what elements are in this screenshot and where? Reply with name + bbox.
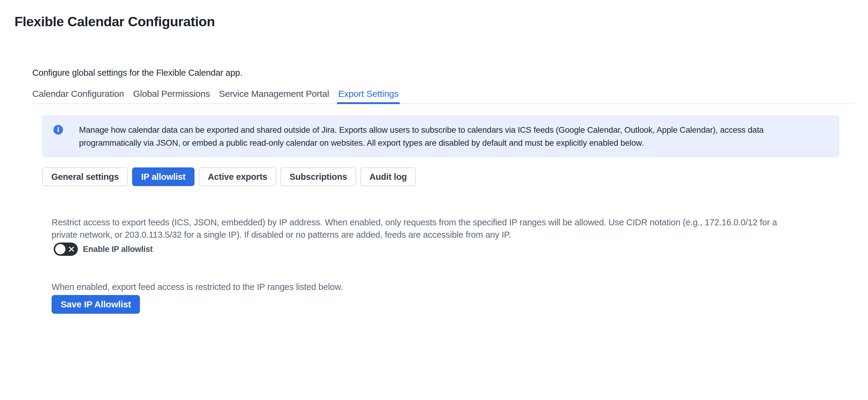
export-settings-subtab-bar: General settings IP allowlist Active exp… [42,167,416,186]
subtab-ip-allowlist[interactable]: IP allowlist [132,167,194,186]
subtab-general-settings[interactable]: General settings [42,167,128,186]
subtab-active-exports[interactable]: Active exports [199,167,276,186]
tab-service-management-portal[interactable]: Service Management Portal [219,89,329,103]
subtab-subscriptions[interactable]: Subscriptions [280,167,356,186]
export-info-banner: i Manage how calendar data can be export… [42,115,839,157]
info-icon: i [53,125,63,134]
enable-ip-allowlist-label: Enable IP allowlist [83,245,153,254]
tab-export-settings[interactable]: Export Settings [338,89,398,103]
subtab-audit-log[interactable]: Audit log [361,167,416,186]
toggle-off-x-icon [68,246,75,252]
tab-global-permissions[interactable]: Global Permissions [133,89,210,103]
page-subtitle: Configure global settings for the Flexib… [32,68,243,78]
save-ip-allowlist-button[interactable]: Save IP Allowlist [52,295,140,314]
main-tab-bar: Calendar Configuration Global Permission… [32,89,855,104]
toggle-knob [55,244,65,254]
enable-ip-allowlist-toggle[interactable] [54,243,78,256]
ip-allowlist-helper-text: When enabled, export feed access is rest… [52,282,343,292]
enable-ip-allowlist-row: Enable IP allowlist [54,243,153,256]
page-title: Flexible Calendar Configuration [14,14,215,30]
tab-calendar-configuration[interactable]: Calendar Configuration [32,89,124,103]
ip-allowlist-description: Restrict access to export feeds (ICS, JS… [52,216,842,241]
info-banner-text: Manage how calendar data can be exported… [79,123,764,149]
